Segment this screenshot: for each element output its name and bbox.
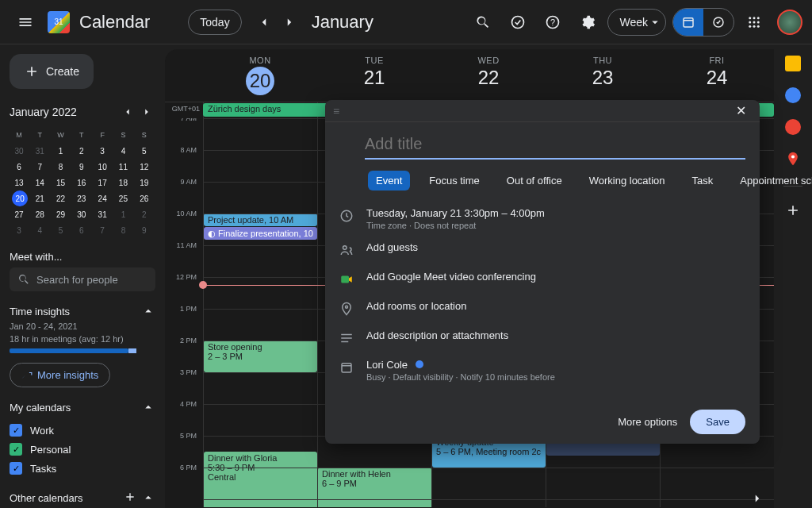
mini-cal-day[interactable]: 5 (135, 143, 154, 159)
mini-cal-day[interactable]: 4 (113, 143, 132, 159)
contacts-icon[interactable] (785, 119, 801, 135)
event-type-tab[interactable]: Focus time (421, 171, 488, 190)
mini-cal-day[interactable]: 21 (30, 190, 49, 206)
add-guests-button[interactable]: Add guests (366, 241, 745, 253)
event-type-tab[interactable]: Out of office (499, 171, 570, 190)
calendar-checkbox[interactable]: ✓ (10, 462, 22, 475)
more-options-button[interactable]: More options (618, 416, 677, 428)
time-insights-header[interactable]: Time insights (10, 304, 155, 318)
mini-cal-day[interactable]: 20 (12, 190, 28, 206)
mini-cal-day[interactable]: 1 (52, 143, 71, 159)
mini-cal-prev[interactable] (119, 103, 136, 121)
day-header[interactable]: MON20 (203, 49, 317, 102)
mini-cal-day[interactable]: 11 (113, 159, 132, 175)
mini-cal-day[interactable]: 9 (135, 222, 154, 238)
event-block[interactable]: ◐ Finalize presentation, 10 (204, 227, 317, 240)
settings-button[interactable] (573, 7, 603, 37)
help-button[interactable]: ? (538, 7, 568, 37)
add-addon-button[interactable] (785, 202, 801, 218)
other-calendars-header[interactable]: Other calendars (10, 491, 155, 505)
event-block[interactable]: Project update, 10 AM (204, 214, 317, 226)
maps-icon[interactable] (785, 151, 801, 167)
mini-cal-next[interactable] (138, 103, 155, 121)
mini-cal-day[interactable]: 25 (113, 190, 132, 206)
mini-cal-day[interactable]: 29 (52, 206, 71, 222)
mini-cal-day[interactable]: 17 (93, 175, 112, 190)
mini-cal-day[interactable]: 4 (30, 222, 49, 238)
day-header[interactable]: THU23 (546, 49, 660, 102)
mini-cal-day[interactable]: 26 (135, 190, 154, 206)
mini-cal-day[interactable]: 10 (93, 159, 112, 175)
mini-cal-day[interactable]: 13 (10, 175, 29, 190)
calendar-list-item[interactable]: ✓Tasks (10, 459, 155, 478)
day-header[interactable]: FRI24 (660, 49, 774, 102)
event-type-tab[interactable]: Task (684, 171, 722, 190)
add-description-button[interactable]: Add description or attachments (366, 329, 745, 341)
mini-cal-day[interactable]: 22 (52, 190, 71, 206)
mini-cal-day[interactable]: 19 (135, 175, 154, 190)
mini-cal-day[interactable]: 3 (10, 222, 29, 238)
calendar-checkbox[interactable]: ✓ (10, 443, 22, 456)
search-button[interactable] (468, 7, 498, 37)
mini-cal-day[interactable]: 8 (113, 222, 132, 238)
mini-cal-day[interactable]: 7 (30, 159, 49, 175)
tasks-rail-icon[interactable] (785, 87, 801, 103)
mini-cal-day[interactable]: 9 (72, 159, 91, 175)
mini-cal-day[interactable]: 2 (135, 206, 154, 222)
calendar-list-item[interactable]: ✓Work (10, 421, 155, 440)
more-insights-button[interactable]: More insights (10, 363, 110, 387)
day-header[interactable]: WED22 (431, 49, 546, 102)
mini-cal-day[interactable]: 6 (10, 159, 29, 175)
prev-week-button[interactable] (251, 10, 277, 35)
day-header[interactable]: TUE21 (317, 49, 431, 102)
account-avatar[interactable] (777, 10, 802, 35)
add-meet-button[interactable]: Add Google Meet video conferencing (366, 271, 745, 283)
mini-cal-day[interactable]: 30 (72, 206, 91, 222)
mini-cal-day[interactable]: 3 (93, 143, 112, 159)
mini-cal-day[interactable]: 18 (113, 175, 132, 190)
tasks-view-toggle[interactable] (703, 9, 733, 36)
add-location-button[interactable]: Add rooms or location (366, 300, 745, 312)
event-datetime[interactable]: Tuesday, January 21 3:30pm – 4:00pm (366, 207, 745, 219)
calendar-view-toggle[interactable] (673, 9, 703, 36)
close-dialog-button[interactable]: ✕ (730, 100, 752, 122)
calendar-list-item[interactable]: ✓Personal (10, 440, 155, 459)
tasks-icon[interactable] (503, 7, 533, 37)
mini-cal-day[interactable]: 31 (93, 206, 112, 222)
event-type-tab[interactable]: Working location (581, 171, 673, 190)
event-title-input[interactable] (365, 130, 745, 160)
create-button[interactable]: Create (10, 54, 94, 89)
chevron-right-icon[interactable] (750, 491, 764, 506)
main-menu-button[interactable] (10, 6, 41, 38)
mini-cal-day[interactable]: 14 (30, 175, 49, 190)
mini-cal-day[interactable]: 28 (30, 206, 49, 222)
my-calendars-header[interactable]: My calendars (10, 400, 155, 414)
calendar-checkbox[interactable]: ✓ (10, 424, 22, 437)
mini-cal-day[interactable]: 31 (30, 143, 49, 159)
mini-cal-day[interactable]: 30 (10, 143, 29, 159)
next-week-button[interactable] (277, 10, 302, 35)
search-people-input[interactable]: Search for people (10, 267, 155, 291)
mini-cal-day[interactable]: 8 (52, 159, 71, 175)
add-calendar-icon[interactable] (124, 491, 136, 503)
event-datetime-sub[interactable]: Time zone · Does not repeat (366, 221, 745, 230)
google-apps-button[interactable] (739, 7, 769, 37)
mini-cal-day[interactable]: 7 (93, 222, 112, 238)
mini-cal-day[interactable]: 16 (72, 175, 91, 190)
mini-cal-day[interactable]: 6 (72, 222, 91, 238)
mini-cal-day[interactable]: 15 (52, 175, 71, 190)
mini-cal-day[interactable]: 24 (93, 190, 112, 206)
event-block[interactable]: Store opening2 – 3 PM (204, 341, 317, 372)
mini-cal-day[interactable]: 27 (10, 206, 29, 222)
save-button[interactable]: Save (690, 410, 745, 434)
mini-cal-day[interactable]: 23 (72, 190, 91, 206)
event-type-tab[interactable]: Appointment schedule (732, 171, 812, 190)
today-button[interactable]: Today (188, 10, 241, 35)
keep-icon[interactable] (785, 56, 801, 71)
mini-cal-day[interactable]: 2 (72, 143, 91, 159)
drag-handle-icon[interactable]: ≡ (333, 105, 339, 117)
view-selector[interactable]: Week (607, 9, 666, 36)
mini-cal-day[interactable]: 1 (113, 206, 132, 222)
event-type-tab[interactable]: Event (368, 171, 410, 190)
mini-cal-day[interactable]: 5 (52, 222, 71, 238)
